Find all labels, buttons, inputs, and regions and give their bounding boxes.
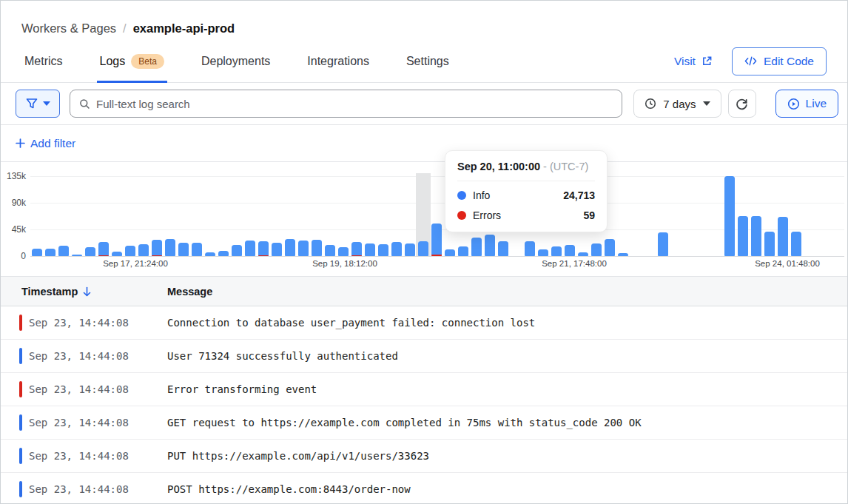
log-histogram: 135k 90k 45k 0 Sep 17, 21:24:00 Sep 19, …: [1, 162, 847, 276]
beta-badge: Beta: [131, 54, 164, 69]
x-axis-tick: Sep 24, 01:48:00: [743, 259, 832, 268]
column-header-timestamp[interactable]: Timestamp: [1, 286, 167, 298]
chart-tooltip: Sep 20, 11:00:00 - (UTC-7) Info 24,713 E…: [445, 150, 608, 232]
search-input[interactable]: [96, 98, 613, 110]
y-axis-tick: 90k: [1, 198, 26, 208]
gridline: [30, 176, 844, 177]
code-icon: [744, 56, 757, 66]
filter-toolbar: 7 days Live: [1, 83, 847, 125]
sort-desc-icon: [82, 286, 92, 297]
log-level-indicator: [19, 315, 22, 331]
tooltip-info-row: Info 24,713: [457, 189, 595, 201]
x-axis-line: [30, 256, 844, 257]
tab-integrations[interactable]: Integrations: [304, 40, 372, 82]
log-level-indicator: [19, 481, 22, 497]
clock-icon: [645, 98, 656, 110]
log-row[interactable]: Sep 23, 14:44:08 GET request to https://…: [1, 406, 847, 440]
filter-dropdown-button[interactable]: [16, 90, 60, 118]
errors-count: 59: [583, 209, 595, 221]
x-axis-tick: Sep 17, 21:24:00: [91, 259, 180, 268]
edit-code-button[interactable]: Edit Code: [732, 47, 827, 75]
log-row[interactable]: Sep 23, 14:44:08 Connection to database …: [1, 306, 847, 340]
y-axis-tick: 45k: [1, 224, 26, 235]
tab-deployments[interactable]: Deployments: [198, 40, 273, 82]
tab-metrics[interactable]: Metrics: [21, 40, 66, 82]
gridline: [30, 203, 844, 204]
refresh-icon: [736, 98, 748, 110]
breadcrumb-parent[interactable]: Workers & Pages: [21, 21, 116, 36]
tab-bar: Metrics Logs Beta Deployments Integratio…: [1, 40, 847, 83]
errors-dot-icon: [457, 211, 466, 220]
log-level-indicator: [19, 348, 22, 364]
x-axis-tick: Sep 21, 17:48:00: [530, 259, 619, 268]
tab-logs[interactable]: Logs Beta: [97, 40, 167, 82]
add-filter-row: Add filter: [1, 125, 847, 162]
log-level-indicator: [19, 381, 22, 397]
info-count: 24,713: [563, 189, 595, 201]
log-level-indicator: [19, 414, 22, 431]
external-link-icon: [701, 56, 713, 67]
search-icon: [79, 98, 90, 110]
log-table-body: Sep 23, 14:44:08 Connection to database …: [1, 306, 847, 504]
log-row[interactable]: Sep 23, 14:44:08 Error transforming even…: [1, 373, 847, 406]
log-search-box: [70, 90, 622, 118]
tooltip-timezone: - (UTC-7): [543, 161, 588, 172]
tab-settings[interactable]: Settings: [403, 40, 452, 82]
log-table-header: Timestamp Message: [1, 276, 847, 306]
tooltip-timestamp: Sep 20, 11:00:00: [457, 161, 540, 172]
tooltip-errors-row: Errors 59: [457, 209, 595, 221]
refresh-button[interactable]: [728, 90, 756, 118]
live-button[interactable]: Live: [775, 90, 838, 118]
y-axis-tick: 0: [1, 251, 26, 261]
log-row[interactable]: Sep 23, 14:44:08 PUT https://example.com…: [1, 440, 847, 473]
y-axis-tick: 135k: [1, 171, 26, 181]
breadcrumb-separator: /: [123, 21, 127, 36]
breadcrumb: Workers & Pages / example-api-prod: [1, 1, 847, 40]
visit-link[interactable]: Visit: [674, 55, 713, 68]
log-row[interactable]: Sep 23, 14:44:08 User 71324 successfully…: [1, 340, 847, 373]
column-header-message[interactable]: Message: [167, 286, 212, 298]
chevron-down-icon: [43, 101, 50, 106]
play-circle-icon: [787, 98, 800, 110]
page-title: example-api-prod: [133, 21, 235, 36]
chevron-down-icon: [703, 101, 710, 106]
time-range-button[interactable]: 7 days: [633, 90, 721, 118]
info-dot-icon: [457, 191, 466, 200]
plus-icon: [16, 138, 25, 148]
log-level-indicator: [19, 448, 22, 464]
funnel-icon: [26, 98, 38, 110]
add-filter-button[interactable]: Add filter: [16, 137, 75, 150]
x-axis-tick: Sep 19, 18:12:00: [300, 259, 389, 268]
log-row[interactable]: Sep 23, 14:44:08 POST https://example.co…: [1, 473, 847, 504]
